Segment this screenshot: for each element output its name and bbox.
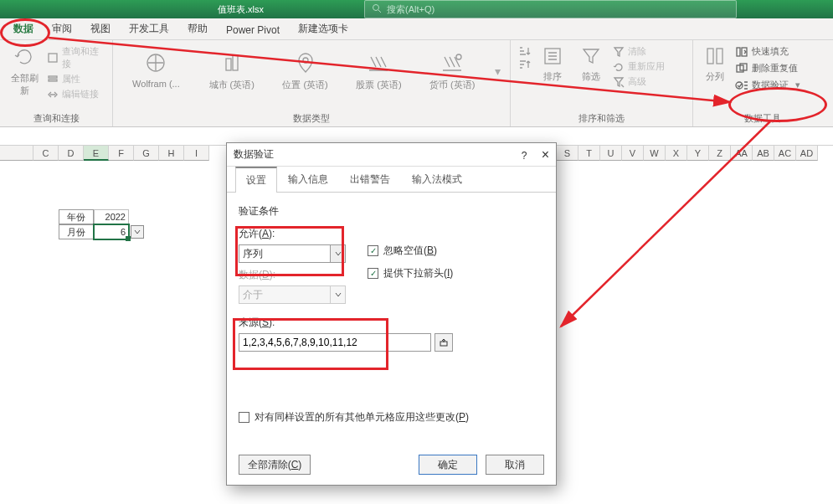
col-header[interactable]: W <box>644 146 666 161</box>
allow-combo-dropdown[interactable] <box>331 244 346 263</box>
sort-asc-button[interactable] <box>517 45 531 57</box>
col-header[interactable]: S <box>557 146 578 161</box>
ribbon-tabs: 数据 审阅 视图 开发工具 帮助 Power Pivot 新建选项卡 <box>0 18 833 40</box>
source-label: 来源(S): <box>239 316 544 330</box>
col-header[interactable]: V <box>622 146 644 161</box>
svg-rect-7 <box>233 55 238 70</box>
flash-fill-button[interactable]: 快速填充 <box>735 45 800 58</box>
ribbon: 全部刷新 查询和连接 属性 编辑链接 查询和连接 Wolfram (... 城市… <box>0 40 833 127</box>
col-header[interactable]: AD <box>796 146 818 161</box>
edit-links-button[interactable]: 编辑链接 <box>47 88 105 100</box>
allow-combo[interactable]: 序列 <box>239 244 331 263</box>
col-header[interactable]: C <box>33 146 59 161</box>
properties-button[interactable]: 属性 <box>47 73 105 85</box>
sort-desc-button[interactable] <box>517 59 531 70</box>
svg-point-8 <box>303 58 308 63</box>
text-to-columns-button[interactable]: 分列 <box>700 45 730 83</box>
group-data-types: Wolfram (... 城市 (英语) 位置 (英语) 股票 (英语) 货币 … <box>113 40 511 126</box>
svg-point-0 <box>373 5 379 11</box>
filter-button[interactable]: 筛选 <box>574 45 608 83</box>
col-header[interactable]: H <box>159 146 184 161</box>
col-header[interactable]: X <box>666 146 687 161</box>
search-placeholder: 搜索(Alt+Q) <box>387 3 434 16</box>
location-type-button[interactable]: 位置 (英语) <box>274 50 337 91</box>
col-header[interactable]: Y <box>687 146 709 161</box>
col-header[interactable]: F <box>109 146 134 161</box>
data-types-overflow[interactable]: ▾ <box>495 64 501 78</box>
dialog-title: 数据验证 <box>234 147 274 162</box>
svg-rect-13 <box>737 48 740 56</box>
col-header[interactable]: U <box>600 146 622 161</box>
tab-help[interactable]: 帮助 <box>186 18 209 39</box>
col-header[interactable]: AB <box>753 146 774 161</box>
dialog-close-button[interactable]: × <box>542 147 549 162</box>
apply-same-checkbox[interactable] <box>239 412 249 423</box>
col-header[interactable]: Z <box>709 146 731 161</box>
dialog-tab-ime[interactable]: 输入法模式 <box>401 167 473 193</box>
data-combo: 介于 <box>239 285 331 304</box>
currency-type-button[interactable]: 货币 (英语) <box>421 50 484 91</box>
data-combo-dropdown <box>331 285 346 304</box>
col-header[interactable]: I <box>184 146 209 161</box>
group-sort-filter: 排序 筛选 清除 重新应用 高级 排序和筛选 <box>511 40 693 126</box>
queries-connections-button[interactable]: 查询和连接 <box>47 45 105 70</box>
ignore-blank-checkbox[interactable]: ✓ <box>368 245 378 256</box>
city-type-button[interactable]: 城市 (英语) <box>200 50 263 91</box>
col-header[interactable]: E <box>84 146 109 161</box>
svg-rect-3 <box>49 76 57 78</box>
dialog-tab-input-msg[interactable]: 输入信息 <box>277 167 339 193</box>
sort-button[interactable]: 排序 <box>536 45 569 83</box>
refresh-all-label: 全部刷新 <box>7 72 42 97</box>
svg-rect-12 <box>717 49 722 64</box>
apply-same-label: 对有同样设置的所有其他单元格应用这些更改(P) <box>255 410 469 424</box>
cell-dropdown-button[interactable] <box>131 225 144 239</box>
ok-button[interactable]: 确定 <box>419 455 477 475</box>
group-label-sort-filter: 排序和筛选 <box>517 111 686 125</box>
remove-duplicates-button[interactable]: 删除重复值 <box>735 62 800 75</box>
cell-month-label[interactable]: 月份 <box>59 224 94 239</box>
dialog-tab-settings[interactable]: 设置 <box>235 167 277 193</box>
allow-label: 允许(A): <box>239 227 346 241</box>
svg-rect-2 <box>49 54 57 62</box>
data-validation-dialog: 数据验证 ? × 设置 输入信息 出错警告 输入法模式 验证条件 允许(A): … <box>226 142 557 486</box>
col-header[interactable]: D <box>59 146 84 161</box>
cancel-button[interactable]: 取消 <box>486 455 544 475</box>
group-queries-connections: 全部刷新 查询和连接 属性 编辑链接 查询和连接 <box>0 40 113 126</box>
dialog-titlebar[interactable]: 数据验证 ? × <box>227 143 556 167</box>
col-header[interactable]: AA <box>731 146 753 161</box>
wolfram-type-button[interactable]: Wolfram (... <box>122 50 189 89</box>
group-label-data-tools: 数据工具 <box>700 111 825 125</box>
app-titlebar: 值班表.xlsx 搜索(Alt+Q) <box>0 0 833 18</box>
tab-review[interactable]: 审阅 <box>50 18 74 39</box>
tab-powerpivot[interactable]: Power Pivot <box>224 21 281 39</box>
tab-devtools[interactable]: 开发工具 <box>127 18 171 39</box>
ignore-blank-label: 忽略空值(B) <box>383 244 437 258</box>
stock-type-button[interactable]: 股票 (英语) <box>347 50 410 91</box>
svg-point-9 <box>456 54 461 59</box>
clear-filter-button[interactable]: 清除 <box>613 45 665 58</box>
col-header[interactable]: T <box>578 146 600 161</box>
data-validation-button[interactable]: 数据验证▾ <box>735 79 800 91</box>
document-filename: 值班表.xlsx <box>218 3 264 16</box>
advanced-filter-button[interactable]: 高级 <box>613 75 665 88</box>
tab-view[interactable]: 视图 <box>89 18 112 39</box>
tab-data[interactable]: 数据 <box>12 18 35 39</box>
col-header[interactable]: G <box>134 146 159 161</box>
refresh-all-button[interactable]: 全部刷新 <box>7 45 42 97</box>
tab-newtab[interactable]: 新建选项卡 <box>296 18 350 39</box>
search-box[interactable]: 搜索(Alt+Q) <box>364 0 737 18</box>
incell-dropdown-label: 提供下拉箭头(I) <box>383 266 453 280</box>
dialog-help-button[interactable]: ? <box>522 150 527 162</box>
group-label-data-types: 数据类型 <box>120 111 503 125</box>
col-header[interactable]: AC <box>774 146 796 161</box>
cell-year-label[interactable]: 年份 <box>59 209 94 224</box>
range-picker-button[interactable] <box>434 333 453 352</box>
dialog-tab-error-alert[interactable]: 出错警告 <box>339 167 401 193</box>
cell-year-value[interactable]: 2022 <box>94 209 129 224</box>
source-input[interactable] <box>239 333 431 352</box>
reapply-button[interactable]: 重新应用 <box>613 60 665 73</box>
incell-dropdown-checkbox[interactable]: ✓ <box>368 268 378 279</box>
clear-all-button[interactable]: 全部清除(C) <box>239 455 311 475</box>
cell-month-value[interactable]: 6 <box>94 224 129 239</box>
select-all-corner[interactable] <box>0 146 33 161</box>
